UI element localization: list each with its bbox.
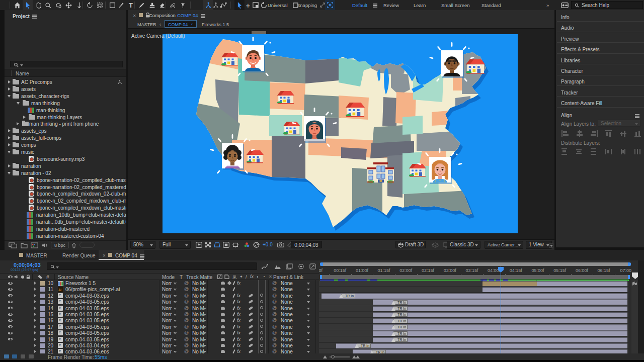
svg-text:Ai: Ai [58,288,61,292]
